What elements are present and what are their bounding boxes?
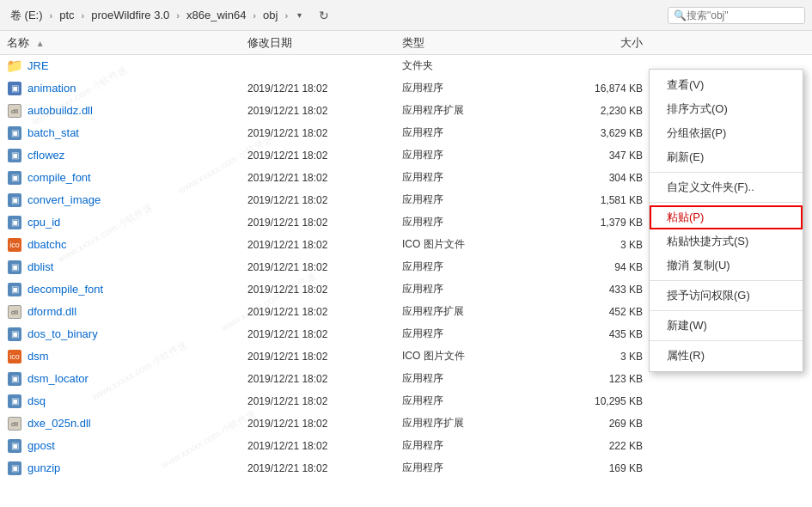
file-type: 应用程序	[402, 215, 540, 229]
breadcrumb-x86e[interactable]: x86e_win64	[183, 7, 249, 23]
file-name: dsm	[27, 350, 247, 363]
file-icon-ico: ico	[7, 349, 22, 364]
file-name: JRE	[27, 59, 247, 72]
file-icon-exe: ▣	[7, 260, 22, 275]
file-type: 应用程序	[402, 81, 540, 95]
breadcrumb-proewildfire[interactable]: proeWildfire 3.0	[88, 7, 173, 23]
context-menu-item-properties[interactable]: 属性(R)	[650, 344, 803, 368]
context-menu-item-paste[interactable]: 粘贴(P)	[650, 205, 803, 229]
file-size: 123 KB	[540, 373, 643, 385]
file-name: gunzip	[27, 461, 247, 474]
file-date: 2019/12/21 18:02	[247, 395, 402, 407]
refresh-button[interactable]: ↻	[314, 5, 334, 26]
file-name: convert_image	[27, 193, 247, 206]
file-type: 应用程序	[402, 192, 540, 207]
search-icon: 🔍	[674, 9, 687, 21]
sep4: ›	[253, 10, 256, 21]
header-date[interactable]: 修改日期	[247, 35, 402, 51]
file-size: 433 KB	[540, 284, 643, 296]
file-size: 304 KB	[540, 172, 643, 184]
sep5: ›	[284, 10, 288, 21]
file-row[interactable]: ▣ gpost 2019/12/21 18:02 应用程序 222 KB	[0, 435, 812, 457]
context-menu-separator	[650, 202, 803, 203]
file-row[interactable]: ▣ gunzip 2019/12/21 18:02 应用程序 169 KB	[0, 457, 812, 480]
context-menu-item-refresh[interactable]: 刷新(E)	[650, 145, 803, 169]
header-size[interactable]: 大小	[540, 35, 643, 51]
file-icon-exe: ▣	[7, 282, 22, 297]
context-menu-item-paste-shortcut[interactable]: 粘贴快捷方式(S)	[650, 229, 803, 254]
file-icon-exe: ▣	[7, 327, 22, 342]
context-menu-separator	[650, 340, 803, 341]
context-menu-separator	[650, 280, 803, 281]
file-size: 10,295 KB	[540, 395, 643, 407]
file-icon-dll: dll	[7, 416, 22, 431]
file-name: cpu_id	[27, 216, 247, 229]
context-menu-item-undo-copy[interactable]: 撤消 复制(U)	[650, 254, 803, 278]
file-icon-exe-color: ▣	[7, 81, 22, 96]
file-size: 435 KB	[540, 328, 643, 340]
search-box: 🔍	[668, 7, 805, 24]
file-date: 2019/12/21 18:02	[247, 194, 402, 206]
file-icon-exe: ▣	[7, 215, 22, 230]
context-menu: 查看(V)排序方式(O)分组依据(P)刷新(E)自定义文件夹(F)..粘贴(P)…	[649, 69, 803, 372]
file-row[interactable]: dll dxe_025n.dll 2019/12/21 18:02 应用程序扩展…	[0, 412, 812, 435]
file-date: 2019/12/21 18:02	[247, 440, 402, 452]
file-name: compile_font	[27, 171, 247, 184]
breadcrumb-drive[interactable]: 卷 (E:)	[7, 6, 46, 25]
file-name: dbatchc	[27, 238, 247, 251]
file-size: 1,581 KB	[540, 194, 643, 206]
breadcrumb-ptc[interactable]: ptc	[56, 7, 77, 23]
sort-arrow-name: ▲	[36, 39, 45, 48]
file-type: 应用程序	[402, 371, 540, 386]
header-name[interactable]: 名称 ▲	[7, 35, 247, 51]
context-menu-item-grant-access[interactable]: 授予访问权限(G)	[650, 284, 803, 308]
address-bar: 卷 (E:) › ptc › proeWildfire 3.0 › x86e_w…	[0, 0, 812, 31]
file-name: dos_to_binary	[27, 327, 247, 340]
file-type: 应用程序扩展	[402, 103, 540, 118]
search-input[interactable]	[687, 9, 790, 21]
file-date: 2019/12/21 18:02	[247, 306, 402, 318]
file-name: batch_stat	[27, 126, 247, 139]
file-type: 应用程序扩展	[402, 416, 540, 431]
file-size: 222 KB	[540, 440, 643, 452]
file-row[interactable]: ▣ dsq 2019/12/21 18:02 应用程序 10,295 KB	[0, 390, 812, 412]
file-size: 16,874 KB	[540, 82, 643, 95]
context-menu-item-new[interactable]: 新建(W)	[650, 314, 803, 338]
file-icon-exe: ▣	[7, 438, 22, 454]
breadcrumb-obj: obj	[259, 7, 281, 23]
file-list-header: 名称 ▲ 修改日期 类型 大小	[0, 31, 812, 55]
file-date: 2019/12/21 18:02	[247, 127, 402, 139]
file-icon-exe: ▣	[7, 371, 22, 387]
sep2: ›	[82, 10, 85, 21]
file-icon-exe: ▣	[7, 192, 22, 208]
context-menu-item-sort[interactable]: 排序方式(O)	[650, 97, 803, 121]
file-name: decompile_font	[27, 283, 247, 296]
file-type: 应用程序扩展	[402, 304, 540, 319]
file-size: 3 KB	[540, 239, 643, 251]
context-menu-item-group[interactable]: 分组依据(P)	[650, 121, 803, 145]
file-name: cflowez	[27, 149, 247, 162]
file-date: 2019/12/21 18:02	[247, 82, 402, 95]
context-menu-item-view[interactable]: 查看(V)	[650, 73, 803, 97]
file-size: 2,230 KB	[540, 105, 643, 117]
file-icon-exe: ▣	[7, 461, 22, 476]
file-icon-exe: ▣	[7, 394, 22, 409]
file-date: 2019/12/21 18:02	[247, 418, 402, 430]
breadcrumb-dropdown-button[interactable]: ▾	[291, 8, 307, 23]
context-menu-item-customize[interactable]: 自定义文件夹(F)..	[650, 175, 803, 199]
file-size: 3,629 KB	[540, 127, 643, 139]
header-type[interactable]: 类型	[402, 35, 540, 51]
file-name: dformd.dll	[27, 305, 247, 318]
context-menu-separator	[650, 172, 803, 173]
file-date: 2019/12/21 18:02	[247, 328, 402, 340]
file-date: 2019/12/21 18:02	[247, 284, 402, 296]
file-type: 文件夹	[402, 58, 540, 73]
file-icon-ico: ico	[7, 237, 22, 253]
file-size: 347 KB	[540, 150, 643, 162]
file-date: 2019/12/21 18:02	[247, 217, 402, 229]
file-icon-dll: dll	[7, 103, 22, 119]
file-date: 2019/12/21 18:02	[247, 462, 402, 474]
file-name: gpost	[27, 439, 247, 452]
file-icon-exe: ▣	[7, 170, 22, 186]
file-size: 452 KB	[540, 306, 643, 318]
